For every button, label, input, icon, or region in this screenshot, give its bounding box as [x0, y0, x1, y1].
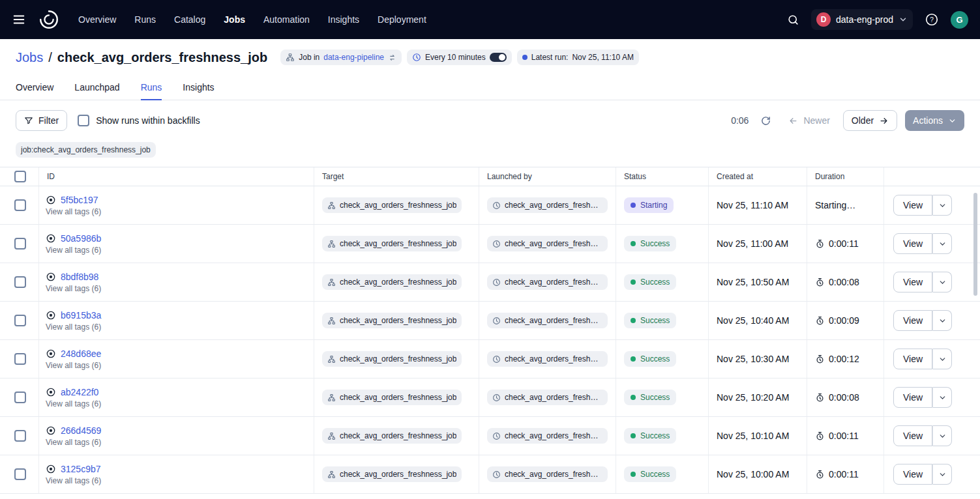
view-dropdown-button[interactable] — [932, 233, 952, 254]
target-tag[interactable]: check_avg_orders_freshness_job — [322, 274, 462, 290]
launched-by-tag[interactable]: check_avg_orders_freshn… — [487, 274, 608, 290]
latest-run-value: Nov 25, 11:10 AM — [572, 53, 634, 62]
select-all-checkbox[interactable] — [14, 171, 26, 182]
filter-button[interactable]: Filter — [16, 110, 67, 131]
view-run-button[interactable]: View — [893, 387, 932, 408]
newer-button[interactable]: Newer — [783, 110, 835, 131]
target-tag[interactable]: check_avg_orders_freshness_job — [322, 428, 462, 444]
vertical-scrollbar[interactable] — [973, 193, 977, 296]
view-run-button[interactable]: View — [893, 272, 932, 292]
view-run-button[interactable]: View — [893, 310, 932, 331]
schedule-toggle[interactable] — [490, 53, 507, 62]
clock-icon — [492, 317, 501, 325]
tab-insights[interactable]: Insights — [183, 77, 214, 100]
target-tag[interactable]: check_avg_orders_freshness_job — [322, 390, 462, 405]
view-all-tags-link[interactable]: View all tags (6) — [46, 399, 101, 408]
nav-item-insights[interactable]: Insights — [328, 14, 359, 25]
view-dropdown-button[interactable] — [932, 272, 952, 292]
launched-by-tag[interactable]: check_avg_orders_freshn… — [487, 466, 608, 482]
row-checkbox[interactable] — [14, 430, 26, 442]
status-label: Success — [640, 316, 670, 325]
target-tag[interactable]: check_avg_orders_freshness_job — [322, 197, 462, 213]
view-run-button[interactable]: View — [893, 195, 932, 216]
target-tag[interactable]: check_avg_orders_freshness_job — [322, 236, 462, 251]
nav-item-catalog[interactable]: Catalog — [174, 14, 205, 25]
job-filter-tag[interactable]: job:check_avg_orders_freshness_job — [16, 142, 156, 158]
nav-item-jobs[interactable]: Jobs — [224, 14, 245, 25]
nav-item-overview[interactable]: Overview — [78, 14, 116, 25]
target-tag[interactable]: check_avg_orders_freshness_job — [322, 313, 462, 328]
created-at-value: Nov 25, 11:10 AM — [709, 186, 807, 224]
nav-item-automation[interactable]: Automation — [263, 14, 310, 25]
nav-item-deployment[interactable]: Deployment — [378, 14, 426, 25]
target-tag[interactable]: check_avg_orders_freshness_job — [322, 466, 462, 482]
view-all-tags-link[interactable]: View all tags (6) — [46, 207, 101, 216]
view-dropdown-button[interactable] — [932, 349, 952, 369]
actions-button[interactable]: Actions — [905, 110, 964, 131]
arrow-right-icon — [879, 116, 889, 126]
launched-by-tag[interactable]: check_avg_orders_freshn… — [487, 351, 608, 367]
page-title: check_avg_orders_freshness_job — [57, 50, 267, 65]
view-all-tags-link[interactable]: View all tags (6) — [46, 361, 101, 370]
view-run-button[interactable]: View — [893, 464, 932, 485]
view-all-tags-link[interactable]: View all tags (6) — [46, 246, 101, 255]
view-run-button[interactable]: View — [893, 425, 932, 446]
view-run-button[interactable]: View — [893, 233, 932, 254]
status-label: Starting — [640, 201, 667, 210]
row-checkbox[interactable] — [14, 468, 26, 480]
column-header-launched-by: Launched by — [479, 167, 616, 186]
search-button[interactable] — [783, 10, 803, 30]
help-button[interactable]: ? — [921, 8, 943, 31]
created-at-value: Nov 25, 10:40 AM — [709, 302, 807, 339]
row-checkbox[interactable] — [14, 199, 26, 211]
run-id-link[interactable]: 8bdf8b98 — [61, 272, 98, 282]
run-id-link[interactable]: b6915b3a — [61, 310, 101, 321]
view-dropdown-button[interactable] — [932, 310, 952, 331]
run-id-link[interactable]: 248d68ee — [61, 349, 101, 359]
run-row: 248d68ee View all tags (6) check_avg_ord… — [0, 340, 980, 378]
breadcrumb-jobs-link[interactable]: Jobs — [16, 50, 43, 65]
older-button-label: Older — [852, 115, 874, 126]
launched-by-tag[interactable]: check_avg_orders_freshn… — [487, 390, 608, 405]
view-dropdown-button[interactable] — [932, 195, 952, 216]
tab-runs[interactable]: Runs — [141, 77, 162, 100]
row-checkbox[interactable] — [14, 353, 26, 365]
row-checkbox[interactable] — [14, 276, 26, 288]
run-id-link[interactable]: ab2422f0 — [61, 387, 98, 397]
view-dropdown-button[interactable] — [932, 387, 952, 408]
deployment-switcher[interactable]: D data-eng-prod — [811, 9, 913, 30]
view-all-tags-link[interactable]: View all tags (6) — [46, 438, 101, 447]
job-icon — [327, 201, 336, 210]
nav-item-runs[interactable]: Runs — [134, 14, 156, 25]
menu-button[interactable] — [8, 8, 30, 31]
run-id-link[interactable]: 5f5bc197 — [61, 195, 98, 205]
runs-toolbar: Filter Show runs within backfills 0:06 N… — [0, 100, 980, 141]
target-tag[interactable]: check_avg_orders_freshness_job — [322, 351, 462, 367]
view-all-tags-link[interactable]: View all tags (6) — [46, 284, 101, 293]
user-avatar[interactable]: G — [951, 11, 968, 29]
pipeline-link[interactable]: data-eng-pipeline — [323, 53, 384, 62]
status-dot-icon — [631, 203, 636, 208]
view-dropdown-button[interactable] — [932, 464, 952, 485]
run-id-link[interactable]: 266d4569 — [61, 425, 101, 436]
row-checkbox[interactable] — [14, 238, 26, 250]
launched-by-tag[interactable]: check_avg_orders_freshn… — [487, 313, 608, 328]
refresh-button[interactable] — [756, 111, 775, 130]
view-all-tags-link[interactable]: View all tags (6) — [46, 476, 101, 485]
status-label: Success — [640, 393, 670, 402]
launched-by-tag[interactable]: check_avg_orders_freshn… — [487, 236, 608, 251]
view-all-tags-link[interactable]: View all tags (6) — [46, 322, 101, 332]
run-id-link[interactable]: 3125c9b7 — [61, 464, 101, 474]
row-checkbox[interactable] — [14, 392, 26, 403]
older-button[interactable]: Older — [843, 110, 897, 131]
run-id-link[interactable]: 50a5986b — [61, 233, 101, 244]
backfills-checkbox[interactable] — [78, 115, 89, 126]
row-checkbox[interactable] — [14, 315, 26, 326]
view-dropdown-button[interactable] — [932, 425, 952, 446]
view-run-button[interactable]: View — [893, 349, 932, 369]
launched-by-tag[interactable]: check_avg_orders_freshn… — [487, 197, 608, 213]
launched-by-tag[interactable]: check_avg_orders_freshn… — [487, 428, 608, 444]
tab-overview[interactable]: Overview — [16, 77, 53, 100]
tab-launchpad[interactable]: Launchpad — [74, 77, 119, 100]
run-icon — [46, 425, 56, 436]
